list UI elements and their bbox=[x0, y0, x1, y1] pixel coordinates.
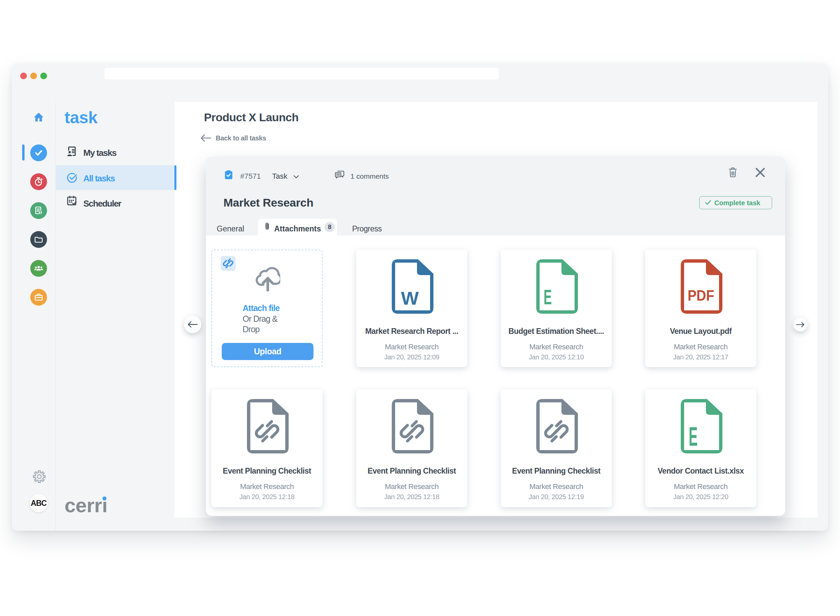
svg-text:E: E bbox=[689, 421, 698, 452]
svg-text:E: E bbox=[543, 285, 551, 309]
svg-text:PDF: PDF bbox=[687, 287, 714, 304]
svg-text:$: $ bbox=[39, 211, 41, 214]
svg-text:W: W bbox=[401, 287, 419, 309]
